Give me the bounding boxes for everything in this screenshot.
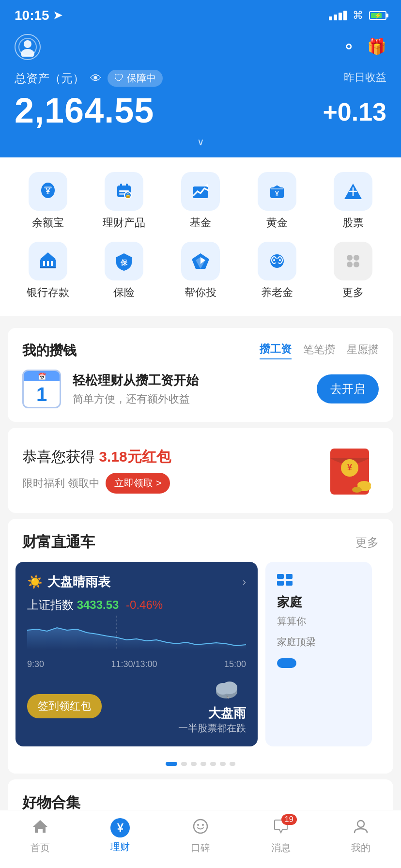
red-packet-title: 恭喜您获得 3.18元红包 [22, 447, 171, 467]
mine-nav-icon [353, 818, 369, 838]
menu-item-bangni[interactable]: 帮你投 [169, 242, 232, 300]
savings-main-text: 轻松理财从攒工资开始 [73, 372, 305, 389]
svg-point-39 [347, 262, 353, 267]
checkin-button[interactable]: 签到领红包 [27, 694, 102, 718]
family-card[interactable]: 家庭 算算你 家庭顶梁 [265, 562, 372, 746]
red-packet-sub: 限时福利 领取中 立即领取 > [22, 473, 171, 494]
menu-item-gupiao[interactable]: 股票 [322, 172, 385, 230]
tab-everyday[interactable]: 笔笔攒 [303, 342, 335, 359]
menu-label-gupiao: 股票 [342, 216, 364, 230]
savings-header: 我的攒钱 攒工资 笔笔攒 星愿攒 [22, 341, 379, 360]
wealth-header: 财富直通车 更多 [8, 532, 393, 562]
chart-labels: 9:30 11:30/13:00 15:00 [27, 659, 246, 669]
status-right-icons: ⌘ ⚡ [329, 9, 386, 22]
dot-7 [230, 762, 235, 766]
app-container: 10:15 ➤ ⌘ ⚡ [0, 0, 401, 868]
section-divider [0, 316, 401, 322]
signal-bars [329, 11, 347, 20]
nav-item-home[interactable]: 首页 [11, 818, 69, 854]
family-card-icon [277, 574, 360, 589]
svg-marker-22 [40, 252, 56, 259]
red-packet-banner[interactable]: 恭喜您获得 3.18元红包 限时福利 领取中 立即领取 > ¥ [8, 428, 393, 513]
savings-text: 轻松理财从攒工资开始 简单方便，还有额外收益 [73, 372, 305, 406]
svg-rect-23 [43, 261, 45, 266]
location-icon: ➤ [53, 9, 62, 22]
svg-point-0 [24, 40, 31, 48]
svg-rect-8 [126, 184, 128, 187]
chart-area [27, 616, 246, 654]
savings-sub-text: 简单方便，还有额外收益 [73, 392, 305, 406]
nav-item-message[interactable]: 19 消息 [252, 818, 310, 854]
tab-salary[interactable]: 攒工资 [260, 342, 292, 359]
svg-text:¥: ¥ [275, 190, 279, 198]
svg-text:¥: ¥ [46, 187, 50, 196]
menu-item-jijin[interactable]: 基金 [169, 172, 232, 230]
battery-icon: ⚡ [369, 11, 386, 20]
svg-point-50 [222, 682, 237, 694]
svg-point-35 [273, 259, 275, 261]
menu-grid: ¥ 余额宝 🔒 [0, 157, 401, 316]
dot-5 [210, 762, 216, 766]
svg-text:¥: ¥ [347, 463, 352, 472]
red-packet-image: ¥ [321, 441, 379, 499]
claim-button[interactable]: 立即领取 > [106, 473, 170, 494]
bottom-nav: 首页 ¥ 理财 口碑 19 消息 [0, 810, 401, 868]
nav-label-message: 消息 [271, 841, 291, 854]
main-content: ¥ 余额宝 🔒 [0, 157, 401, 868]
tab-wish[interactable]: 星愿攒 [347, 342, 379, 359]
svg-rect-54 [286, 574, 293, 579]
savings-section: 我的攒钱 攒工资 笔笔攒 星愿攒 📅 1 轻松理财从攒工资开始 简单方便，还有额… [8, 328, 393, 422]
menu-item-baoxian[interactable]: 保 保险 [93, 242, 155, 300]
family-card-desc: 家庭顶梁 [277, 636, 360, 649]
svg-point-46 [352, 487, 362, 493]
time-display: 10:15 [15, 8, 49, 23]
savings-content: 📅 1 轻松理财从攒工资开始 简单方便，还有额外收益 去开启 [22, 370, 379, 408]
gift-icon[interactable]: 🎁 [367, 37, 386, 57]
svg-rect-24 [47, 261, 49, 266]
menu-item-yuebao[interactable]: ¥ 余额宝 [16, 172, 79, 230]
market-index: 上证指数 3433.53 -0.46% [27, 597, 246, 613]
wealth-more-link[interactable]: 更多 [355, 535, 379, 550]
menu-row-2: 银行存款 保 保险 [10, 242, 391, 300]
nav-item-koukou[interactable]: 口碑 [171, 818, 230, 854]
dot-2 [181, 762, 187, 766]
nav-item-mine[interactable]: 我的 [332, 818, 390, 854]
savings-start-button[interactable]: 去开启 [317, 374, 379, 403]
status-bar: 10:15 ➤ ⌘ ⚡ [0, 0, 401, 29]
wealth-title: 财富直通车 [22, 532, 95, 552]
index-value: 3433.53 [77, 598, 119, 611]
market-card[interactable]: ☀️ 大盘晴雨表 › 上证指数 3433.53 -0.46% [15, 562, 258, 746]
wealth-section: 财富直通车 更多 ☀️ 大盘晴雨表 › 上证指数 3433.53 [8, 519, 393, 774]
menu-item-more[interactable]: 更多 [322, 242, 385, 300]
svg-point-40 [354, 262, 359, 267]
family-card-button[interactable] [277, 658, 296, 668]
menu-item-huangjin[interactable]: ¥ 黄金 [246, 172, 308, 230]
asset-section: 总资产（元） 👁 🛡 保障中 昨日收益 2,164.55 +0.13 [15, 70, 386, 130]
eye-icon[interactable]: 👁 [90, 72, 102, 85]
menu-row-1: ¥ 余额宝 🔒 [10, 172, 391, 230]
upcoming-title: 好物合集 [22, 794, 80, 810]
menu-item-licai[interactable]: 🔒 理财产品 [93, 172, 155, 230]
licai-nav-icon: ¥ [110, 818, 130, 837]
home-nav-icon [32, 818, 48, 838]
avatar-icon[interactable] [15, 34, 41, 60]
menu-label-licai: 理财产品 [103, 216, 145, 230]
menu-item-yinhang[interactable]: 银行存款 [16, 242, 79, 300]
svg-point-38 [354, 255, 359, 261]
dot-3 [191, 762, 197, 766]
index-change: -0.46% [126, 598, 163, 611]
savings-calendar: 📅 1 [22, 370, 61, 408]
wealth-cards: ☀️ 大盘晴雨表 › 上证指数 3433.53 -0.46% [8, 562, 393, 756]
svg-text:🔒: 🔒 [125, 192, 131, 199]
menu-label-yanglao: 养老金 [261, 285, 293, 300]
svg-marker-57 [33, 820, 47, 833]
search-icon[interactable]: ⚬ [342, 37, 355, 57]
message-nav-icon: 19 [273, 818, 289, 838]
family-card-title: 家庭 [277, 594, 360, 611]
koukou-nav-icon [192, 818, 209, 838]
menu-item-yanglao[interactable]: 养老金 [246, 242, 308, 300]
header-top: ⚬ 🎁 [15, 34, 386, 60]
nav-item-licai[interactable]: ¥ 理财 [91, 818, 149, 854]
header-icons-right: ⚬ 🎁 [342, 37, 386, 57]
chevron-down-icon[interactable]: ∨ [15, 136, 386, 148]
